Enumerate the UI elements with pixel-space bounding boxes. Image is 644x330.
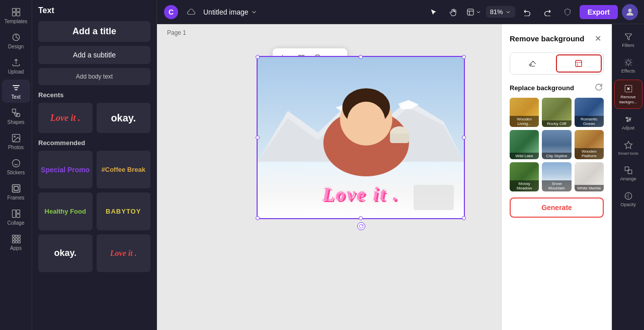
sidebar-item-upload[interactable]: Upload bbox=[2, 54, 30, 78]
svg-point-8 bbox=[14, 136, 15, 138]
bg-romantic-ocean[interactable]: Romantic Ocean bbox=[575, 98, 604, 127]
template-special-promo[interactable]: Special Promo bbox=[38, 151, 93, 188]
recent-okay-text: okay. bbox=[111, 112, 136, 124]
undo-button[interactable] bbox=[519, 4, 535, 20]
recent-love-it[interactable]: Love it . bbox=[38, 103, 93, 133]
sidebar-item-text[interactable]: Text bbox=[2, 80, 30, 103]
erase-mode-button[interactable] bbox=[510, 53, 554, 74]
remove-bg-icon bbox=[624, 84, 633, 93]
template-okay2-text: okay. bbox=[54, 248, 76, 258]
arrange-tool[interactable]: Arrange bbox=[614, 162, 642, 185]
app-logo[interactable]: C bbox=[163, 4, 179, 20]
sidebar-item-photos[interactable]: Photos bbox=[2, 130, 30, 153]
opacity-tool[interactable]: Opacity bbox=[614, 187, 642, 211]
right-tools-sidebar: Filters Effects Remove backgro... bbox=[612, 24, 644, 330]
sidebar-item-frames[interactable]: Frames bbox=[2, 180, 30, 204]
sidebar-item-apps[interactable]: Apps bbox=[2, 231, 30, 254]
toggle-group bbox=[510, 52, 604, 75]
export-button[interactable]: Export bbox=[580, 5, 618, 19]
template-okay2[interactable]: okay. bbox=[38, 234, 93, 272]
svg-rect-21 bbox=[12, 241, 14, 243]
rotate-handle[interactable] bbox=[357, 222, 365, 230]
bg-wild-lake[interactable]: Wild Lake bbox=[510, 130, 539, 159]
bg-mossy-meadow[interactable]: Mossy Meadow bbox=[510, 162, 539, 191]
canvas-text-area: Love it . bbox=[268, 183, 454, 205]
hand-tool-button[interactable] bbox=[446, 4, 462, 20]
replace-header: Replace background bbox=[510, 83, 604, 93]
template-coffee-break[interactable]: #Coffee Break bbox=[97, 151, 151, 188]
svg-point-50 bbox=[629, 119, 630, 120]
filters-tool[interactable]: Filters bbox=[614, 28, 642, 52]
bg-wooden-living[interactable]: Wooden Living... bbox=[510, 98, 539, 127]
redo-button[interactable] bbox=[539, 4, 555, 20]
undo-icon bbox=[523, 8, 531, 16]
layout-button[interactable] bbox=[466, 4, 482, 20]
svg-rect-12 bbox=[12, 210, 16, 218]
frames-icon bbox=[11, 183, 21, 193]
remove-bg-tool[interactable]: Remove backgro... bbox=[614, 80, 642, 109]
recents-row: Love it . okay. bbox=[38, 103, 150, 133]
apps-label: Apps bbox=[10, 245, 22, 251]
adjust-tool[interactable]: Adjust bbox=[614, 111, 642, 135]
svg-point-9 bbox=[12, 160, 20, 167]
refresh-button[interactable] bbox=[594, 83, 604, 93]
text-icon bbox=[11, 83, 21, 93]
photos-icon bbox=[11, 133, 21, 143]
svg-text:C: C bbox=[169, 8, 174, 16]
svg-marker-52 bbox=[624, 142, 632, 149]
close-panel-button[interactable]: ✕ bbox=[592, 32, 604, 44]
bg-wooden-platform[interactable]: Wooden Platform bbox=[575, 130, 604, 159]
sidebar-item-shapes[interactable]: Shapes bbox=[2, 105, 30, 128]
apps-icon bbox=[11, 234, 21, 244]
svg-rect-10 bbox=[12, 185, 20, 192]
canvas-frame[interactable]: Love it . bbox=[258, 57, 464, 218]
eraser-icon bbox=[528, 59, 536, 68]
user-avatar[interactable] bbox=[622, 4, 638, 20]
cursor-tool-button[interactable] bbox=[426, 4, 442, 20]
bg-white-marble[interactable]: White Marble bbox=[575, 162, 604, 191]
avatar-icon bbox=[625, 7, 635, 17]
bg-snow-mountain[interactable]: Snow Mountain bbox=[542, 162, 571, 191]
bg-rocky-cliff[interactable]: Rocky Cliff bbox=[542, 98, 571, 127]
bg-snow-mountain-label: Snow Mountain bbox=[542, 180, 571, 191]
photos-label: Photos bbox=[8, 145, 24, 150]
upload-label: Upload bbox=[8, 69, 24, 75]
sidebar-item-stickers[interactable]: Stickers bbox=[2, 155, 30, 178]
smart-tools-tool[interactable]: Smart tools bbox=[614, 137, 642, 160]
svg-rect-18 bbox=[12, 238, 14, 240]
svg-rect-5 bbox=[12, 109, 16, 113]
svg-rect-1 bbox=[16, 9, 20, 12]
template-loveit2[interactable]: Love it . bbox=[97, 234, 151, 272]
svg-point-49 bbox=[626, 117, 627, 119]
redo-icon bbox=[543, 8, 551, 16]
svg-rect-22 bbox=[15, 241, 17, 243]
sidebar-item-design[interactable]: Design bbox=[2, 29, 30, 52]
replace-mode-button[interactable] bbox=[556, 54, 602, 73]
filters-label: Filters bbox=[622, 43, 634, 48]
bg-city-skyline[interactable]: City Skyline bbox=[542, 130, 571, 159]
effects-tool[interactable]: Effects bbox=[614, 54, 642, 78]
shield-button[interactable] bbox=[559, 4, 576, 20]
sidebar-item-templates[interactable]: Templates bbox=[2, 4, 30, 27]
template-babytoy[interactable]: BABYTOY bbox=[97, 192, 151, 230]
bg-wild-lake-label: Wild Lake bbox=[510, 153, 539, 159]
template-coffee-text: #Coffee Break bbox=[102, 166, 145, 173]
template-healthy-food[interactable]: Healthy Food bbox=[38, 192, 93, 230]
svg-rect-2 bbox=[12, 13, 16, 16]
recent-okay[interactable]: okay. bbox=[97, 103, 151, 133]
svg-rect-14 bbox=[16, 214, 20, 218]
add-title-button[interactable]: Add a title bbox=[38, 21, 150, 42]
svg-rect-46 bbox=[576, 60, 582, 67]
page-label: Page 1 bbox=[167, 29, 186, 36]
recents-label: Recents bbox=[38, 91, 150, 99]
canvas-area[interactable]: Page 1 bbox=[157, 24, 501, 330]
sidebar-item-collage[interactable]: Collage bbox=[2, 206, 30, 229]
svg-rect-20 bbox=[18, 238, 20, 240]
zoom-control[interactable]: 81% bbox=[486, 6, 515, 18]
document-title[interactable]: Untitled image bbox=[203, 8, 258, 16]
add-body-button[interactable]: Add body text bbox=[38, 68, 150, 85]
add-subtitle-button[interactable]: Add a subtitle bbox=[38, 46, 150, 64]
generate-button[interactable]: Generate bbox=[510, 197, 604, 218]
text-panel: Text Add a title Add a subtitle Add body… bbox=[32, 0, 157, 330]
cloud-save-button[interactable] bbox=[183, 4, 199, 20]
